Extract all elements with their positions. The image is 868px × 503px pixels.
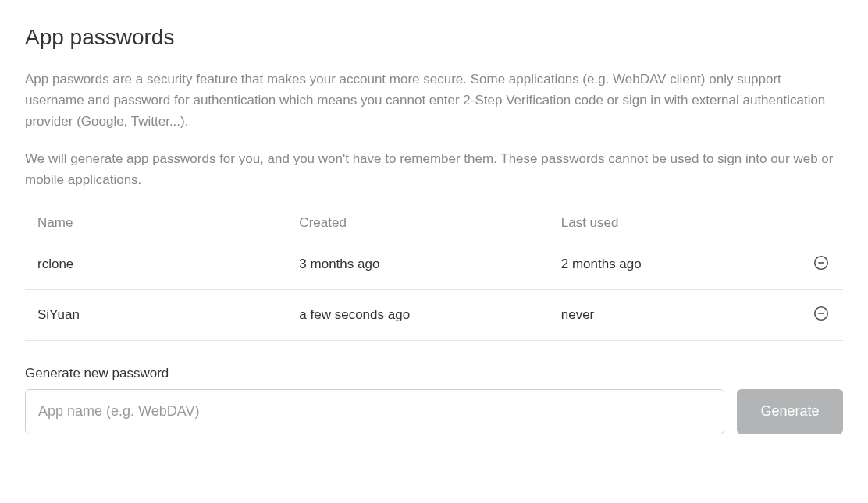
delete-button[interactable] — [812, 255, 831, 274]
minus-circle-icon — [813, 305, 830, 324]
table-row: rclone 3 months ago 2 months ago — [25, 239, 843, 289]
app-passwords-table: Name Created Last used rclone 3 months a… — [25, 206, 843, 341]
cell-last-used: never — [549, 289, 794, 340]
delete-button[interactable] — [812, 306, 831, 324]
table-header-action — [794, 206, 843, 239]
cell-last-used: 2 months ago — [549, 239, 794, 289]
generate-new-password-label: Generate new password — [25, 366, 843, 381]
cell-created: a few seconds ago — [286, 289, 548, 340]
cell-name: rclone — [25, 239, 286, 289]
table-header-last-used: Last used — [549, 206, 794, 239]
description-block: App paswords are a security feature that… — [25, 69, 843, 190]
app-name-input[interactable] — [25, 389, 724, 434]
minus-circle-icon — [813, 254, 830, 274]
table-header-name: Name — [25, 206, 286, 239]
cell-name: SiYuan — [25, 289, 286, 340]
cell-created: 3 months ago — [286, 239, 548, 289]
description-paragraph-2: We will generate app passwords for you, … — [25, 148, 843, 190]
table-row: SiYuan a few seconds ago never — [25, 289, 843, 340]
generate-button[interactable]: Generate — [737, 389, 843, 434]
page-title: App passwords — [25, 25, 843, 50]
description-paragraph-1: App paswords are a security feature that… — [25, 69, 843, 133]
generate-new-password-section: Generate new password Generate — [25, 366, 843, 434]
table-header-created: Created — [286, 206, 548, 239]
